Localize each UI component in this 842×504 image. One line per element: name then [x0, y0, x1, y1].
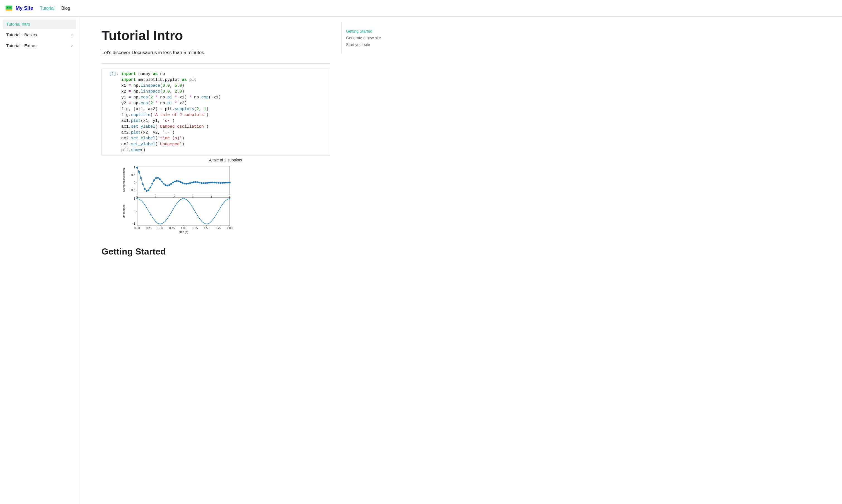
svg-point-39	[163, 183, 164, 184]
brand-title[interactable]: My Site	[16, 5, 33, 11]
svg-point-122	[177, 203, 177, 204]
plot-suptitle: A tale of 2 subplots	[121, 158, 330, 162]
svg-point-143	[216, 214, 217, 215]
svg-point-60	[202, 182, 204, 184]
svg-text:1.75: 1.75	[216, 227, 221, 230]
svg-point-147	[223, 202, 225, 203]
svg-point-142	[214, 217, 215, 218]
toc-item-getting-started[interactable]: Getting Started	[346, 28, 404, 35]
toc-item-start-site[interactable]: Start your site	[346, 41, 404, 48]
svg-text:1: 1	[133, 166, 135, 169]
svg-point-49	[182, 182, 183, 184]
svg-text:0.5: 0.5	[131, 174, 135, 177]
chevron-right-icon: ›	[71, 43, 73, 49]
svg-point-65	[212, 182, 214, 183]
svg-point-70	[221, 182, 223, 184]
svg-point-25	[136, 167, 138, 169]
svg-point-144	[218, 211, 219, 211]
svg-text:2.00: 2.00	[227, 227, 233, 230]
svg-point-58	[199, 182, 200, 183]
svg-point-2	[7, 7, 8, 8]
svg-text:time (s): time (s)	[179, 231, 188, 234]
svg-point-126	[184, 198, 185, 199]
svg-point-104	[142, 202, 143, 203]
svg-point-56	[195, 181, 197, 183]
svg-point-107	[148, 211, 149, 211]
svg-point-113	[160, 223, 160, 224]
svg-point-145	[220, 208, 221, 208]
svg-text:3: 3	[192, 195, 194, 198]
svg-rect-4	[137, 166, 230, 194]
toc: Getting Started Generate a new site Star…	[341, 22, 408, 54]
svg-text:0: 0	[133, 210, 135, 213]
svg-point-138	[207, 223, 208, 224]
plot-output: A tale of 2 subplots −0.500.51012345Damp…	[121, 158, 330, 235]
sidebar-item-tutorial-extras[interactable]: Tutorial - Extras ›	[3, 40, 76, 51]
svg-point-103	[141, 200, 141, 201]
svg-point-29	[144, 188, 145, 190]
svg-point-74	[229, 182, 231, 183]
svg-point-55	[193, 181, 195, 183]
svg-point-69	[219, 182, 221, 184]
toc-item-generate-site[interactable]: Generate a new site	[346, 35, 404, 41]
svg-text:−0.5: −0.5	[130, 189, 135, 192]
svg-point-61	[204, 182, 206, 184]
svg-point-63	[208, 182, 210, 184]
svg-point-121	[175, 206, 175, 206]
svg-point-32	[149, 187, 151, 188]
sidebar-item-label: Tutorial - Basics	[6, 32, 37, 37]
svg-point-115	[163, 222, 164, 223]
article: Tutorial Intro Let's discover Docusaurus…	[90, 17, 341, 504]
svg-point-43	[171, 183, 172, 185]
svg-point-28	[142, 183, 144, 185]
svg-point-108	[150, 214, 151, 215]
logo-icon	[4, 4, 13, 13]
svg-point-130	[192, 206, 192, 206]
svg-text:Undamped: Undamped	[122, 204, 125, 218]
svg-point-52	[187, 183, 189, 184]
sidebar-item-tutorial-basics[interactable]: Tutorial - Basics ›	[3, 30, 76, 40]
svg-point-72	[225, 182, 227, 184]
sidebar: Tutorial Intro Tutorial - Basics › Tutor…	[0, 17, 79, 504]
nav-link-blog[interactable]: Blog	[61, 6, 70, 11]
svg-text:1.50: 1.50	[204, 227, 209, 230]
svg-text:1.00: 1.00	[181, 227, 186, 230]
svg-point-146	[222, 204, 222, 205]
svg-point-131	[194, 209, 194, 210]
svg-point-120	[173, 209, 174, 210]
svg-text:0.75: 0.75	[169, 227, 175, 230]
svg-point-62	[206, 182, 208, 184]
separator	[102, 63, 330, 64]
svg-point-125	[182, 198, 183, 199]
svg-point-34	[153, 179, 155, 181]
svg-point-114	[161, 223, 162, 224]
svg-point-31	[148, 190, 149, 191]
svg-point-141	[212, 219, 213, 220]
svg-text:4: 4	[211, 195, 212, 198]
sidebar-item-label: Tutorial - Extras	[6, 43, 37, 48]
cell-prompt: [1]:	[105, 71, 121, 76]
svg-point-3	[10, 7, 11, 8]
svg-point-64	[210, 182, 212, 183]
svg-point-101	[137, 198, 138, 199]
code-block: import numpy as np import matplotlib.pyp…	[121, 71, 221, 153]
svg-point-139	[209, 223, 209, 224]
svg-point-102	[139, 199, 139, 200]
svg-point-127	[186, 199, 187, 200]
svg-point-40	[165, 184, 166, 186]
svg-point-136	[203, 222, 204, 223]
svg-point-41	[166, 185, 168, 186]
svg-point-30	[146, 190, 147, 192]
svg-point-73	[227, 182, 229, 183]
svg-point-44	[172, 182, 174, 183]
svg-text:0.00: 0.00	[135, 227, 140, 230]
nav-link-tutorial[interactable]: Tutorial	[40, 6, 55, 11]
svg-point-37	[159, 178, 161, 180]
page-title: Tutorial Intro	[102, 28, 330, 43]
sidebar-item-tutorial-intro[interactable]: Tutorial Intro	[3, 19, 76, 29]
plot-svg: −0.500.51012345Damped oscillation−1010.0…	[121, 163, 233, 235]
svg-point-35	[155, 177, 157, 179]
svg-point-133	[197, 215, 198, 216]
svg-point-140	[211, 222, 211, 222]
svg-text:0.25: 0.25	[146, 227, 152, 230]
